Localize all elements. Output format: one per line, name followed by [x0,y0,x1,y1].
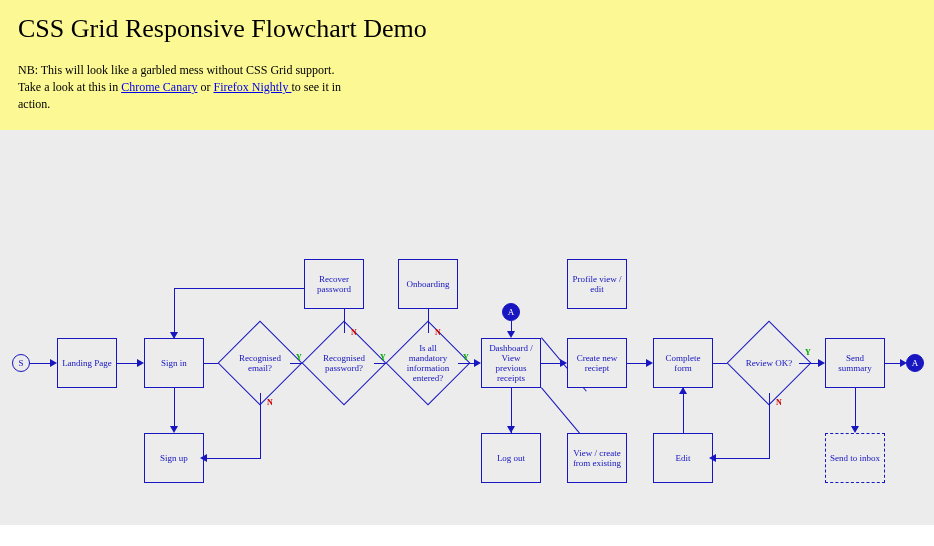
chrome-canary-link[interactable]: Chrome Canary [121,80,197,94]
node-send-summary: Send summary [825,338,885,388]
label-n: N [776,398,782,407]
node-logout: Log out [481,433,541,483]
header: CSS Grid Responsive Flowchart Demo NB: T… [0,0,934,130]
label-n: N [351,328,357,337]
decision-rec-pwd: Recognised password? [314,333,374,393]
firefox-nightly-link[interactable]: Firefox Nightly [213,80,291,94]
node-onboarding: Onboarding [398,259,458,309]
flowchart-canvas: S Landing Page Sign in Sign up Recognise… [0,130,934,525]
label-n: N [435,328,441,337]
decision-mandatory: Is all mandatory information entered? [398,333,458,393]
label-n: N [267,398,273,407]
node-send-inbox: Send to inbox [825,433,885,483]
connector-a-out: A [906,354,924,372]
label-y: Y [380,353,386,362]
start-node: S [12,354,30,372]
node-signin: Sign in [144,338,204,388]
label-y: Y [805,348,811,357]
node-create-new: Create new reciept [567,338,627,388]
node-edit: Edit [653,433,713,483]
node-recover: Recover password [304,259,364,309]
node-complete: Complete form [653,338,713,388]
node-profile: Profile view / edit [567,259,627,309]
node-view-create: View / create from existing [567,433,627,483]
label-y: Y [463,353,469,362]
decision-review: Review OK? [739,333,799,393]
node-signup: Sign up [144,433,204,483]
decision-rec-email: Recognised email? [230,333,290,393]
label-y: Y [296,353,302,362]
node-dashboard: Dashboard / View previous receipts [481,338,541,388]
node-landing: Landing Page [57,338,117,388]
support-note: NB: This will look like a garbled mess w… [18,62,348,112]
connector-a-in: A [502,303,520,321]
page-title: CSS Grid Responsive Flowchart Demo [18,14,916,44]
